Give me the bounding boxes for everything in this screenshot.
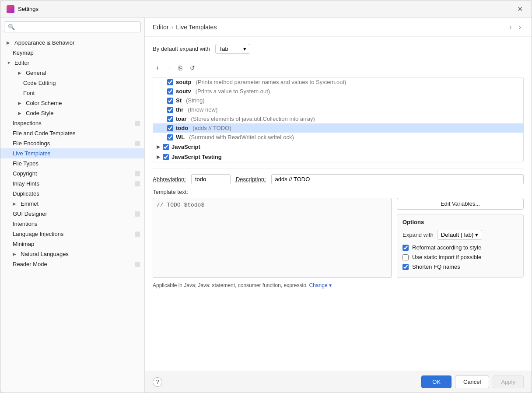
back-button[interactable]: ‹ — [507, 22, 514, 32]
sidebar-item-duplicates[interactable]: Duplicates — [0, 189, 144, 199]
edit-variables-button[interactable]: Edit Variables... — [397, 198, 524, 210]
indicator-icon — [135, 211, 140, 217]
template-group-row[interactable]: ▶ JavaScript — [153, 142, 523, 152]
sidebar-item-language-injections[interactable]: Language Injections — [0, 229, 144, 239]
sidebar-item-label: Copyright — [13, 170, 37, 177]
template-checkbox[interactable] — [167, 98, 173, 104]
nav-arrows: ‹ › — [507, 22, 524, 32]
sidebar-item-natural-languages[interactable]: ▶ Natural Languages — [0, 249, 144, 259]
breadcrumb-parent: Editor — [153, 24, 169, 31]
copy-template-button[interactable]: ⎘ — [175, 63, 185, 73]
template-checkbox[interactable] — [167, 107, 173, 113]
table-row[interactable]: toar (Stores elements of java.util.Colle… — [153, 114, 523, 123]
search-box[interactable]: 🔍 — [4, 21, 141, 32]
description-input[interactable] — [271, 174, 524, 184]
sidebar-item-appearance[interactable]: ▶ Appearance & Behavior — [0, 38, 144, 48]
template-right-panel: Edit Variables... Options Expand with De… — [397, 198, 524, 278]
change-link[interactable]: Change ▾ — [309, 282, 332, 288]
sidebar-item-label: Emmet — [21, 200, 38, 207]
help-button[interactable]: ? — [153, 377, 162, 387]
chevron-icon: ▶ — [7, 40, 13, 45]
static-import-checkbox[interactable] — [402, 254, 409, 260]
reformat-label: Reformat according to style — [412, 244, 481, 251]
options-expand-select[interactable]: Default (Tab) ▾ — [437, 230, 482, 240]
sidebar-item-label: File Encodings — [13, 140, 50, 147]
apply-button[interactable]: Apply — [493, 375, 524, 388]
sidebar-item-label: Language Injections — [13, 231, 63, 237]
expand-with-select[interactable]: Tab ▾ — [215, 44, 250, 54]
table-row[interactable]: St (String) — [153, 96, 523, 105]
template-checkbox[interactable] — [167, 125, 173, 131]
template-checkbox[interactable] — [167, 134, 173, 140]
template-checkbox[interactable] — [167, 116, 173, 122]
sidebar-item-font[interactable]: Font — [0, 88, 144, 98]
sidebar-item-emmet[interactable]: ▶ Emmet — [0, 199, 144, 209]
main-content: Editor › Live Templates ‹ › By default e… — [145, 18, 532, 393]
chevron-down-icon: ▾ — [475, 232, 478, 238]
table-row[interactable]: thr (throw new) — [153, 105, 523, 114]
app-icon — [7, 5, 14, 13]
sidebar-item-inlay-hints[interactable]: Inlay Hints — [0, 179, 144, 189]
search-input[interactable] — [18, 24, 137, 30]
table-row[interactable]: todo (adds // TODO) — [153, 123, 523, 133]
dialog-title: Settings — [18, 6, 514, 12]
sidebar-item-label: General — [26, 70, 46, 76]
group-checkbox[interactable] — [163, 144, 169, 150]
breadcrumb-bar: Editor › Live Templates ‹ › — [145, 18, 532, 37]
indicator-icon — [135, 262, 140, 267]
sidebar-item-file-types[interactable]: File Types — [0, 158, 144, 168]
forward-button[interactable]: › — [516, 22, 524, 32]
reset-template-button[interactable]: ↺ — [187, 63, 198, 73]
sidebar-item-gui-designer[interactable]: GUI Designer — [0, 209, 144, 219]
expand-with-label: By default expand with — [153, 46, 210, 52]
cancel-button[interactable]: Cancel — [455, 375, 489, 388]
table-row[interactable]: WL (Surround with ReadWriteLock.writeLoc… — [153, 133, 523, 142]
chevron-icon: ▶ — [157, 144, 160, 150]
reformat-checkbox[interactable] — [402, 245, 409, 251]
sidebar: 🔍 ▶ Appearance & Behavior Keymap ▼ Edito… — [0, 18, 145, 393]
options-title: Options — [402, 219, 518, 225]
abbreviation-label: Abbreviation: — [153, 176, 186, 182]
template-checkbox[interactable] — [167, 79, 173, 85]
sidebar-item-minimap[interactable]: Minimap — [0, 239, 144, 249]
sidebar-item-file-code-templates[interactable]: File and Code Templates — [0, 128, 144, 138]
expand-with-row: By default expand with Tab ▾ — [153, 44, 524, 54]
sidebar-item-live-templates[interactable]: Live Templates — [0, 148, 144, 158]
shorten-row: Shorten FQ names — [402, 263, 518, 270]
ok-button[interactable]: OK — [421, 375, 452, 388]
indicator-icon — [135, 121, 140, 126]
sidebar-item-general[interactable]: ▶ General — [0, 68, 144, 78]
template-group-row[interactable]: ▶ JavaScript Testing — [153, 152, 523, 162]
indicator-icon — [135, 171, 140, 176]
sidebar-item-editor[interactable]: ▼ Editor — [0, 58, 144, 68]
sidebar-item-file-encodings[interactable]: File Encodings — [0, 138, 144, 148]
settings-dialog: Settings ✕ 🔍 ▶ Appearance & Behavior Key… — [0, 0, 532, 393]
add-template-button[interactable]: + — [153, 63, 162, 73]
sidebar-item-keymap[interactable]: Keymap — [0, 48, 144, 58]
abbreviation-input[interactable] — [191, 174, 231, 184]
close-button[interactable]: ✕ — [514, 4, 525, 14]
sidebar-item-code-style[interactable]: ▶ Code Style — [0, 108, 144, 118]
sidebar-item-label: Appearance & Behavior — [14, 39, 74, 46]
template-checkbox[interactable] — [167, 88, 173, 95]
sidebar-item-color-scheme[interactable]: ▶ Color Scheme — [0, 98, 144, 108]
remove-template-button[interactable]: − — [164, 63, 174, 73]
chevron-icon: ▶ — [18, 101, 24, 105]
shorten-checkbox[interactable] — [402, 264, 409, 270]
group-checkbox[interactable] — [163, 154, 169, 160]
sidebar-item-copyright[interactable]: Copyright — [0, 168, 144, 179]
dialog-footer: ? OK Cancel Apply — [145, 371, 532, 393]
chevron-icon: ▼ — [7, 60, 13, 65]
options-expand-row: Expand with Default (Tab) ▾ — [402, 230, 518, 240]
template-list: soutp (Prints method parameter names and… — [153, 77, 524, 162]
sidebar-item-code-editing[interactable]: Code Editing — [0, 78, 144, 88]
table-row[interactable]: soutv (Prints a value to System.out) — [153, 87, 523, 96]
sidebar-item-label: Natural Languages — [21, 251, 69, 257]
sidebar-item-inspections[interactable]: Inspections — [0, 118, 144, 128]
sidebar-item-label: Editor — [14, 60, 29, 66]
table-row[interactable]: soutp (Prints method parameter names and… — [153, 77, 523, 87]
sidebar-item-label: Inlay Hints — [13, 180, 39, 187]
template-textarea[interactable]: <span class="tmpl-code-comment">// TODO … — [153, 198, 392, 278]
sidebar-item-intentions[interactable]: Intentions — [0, 219, 144, 229]
sidebar-item-reader-mode[interactable]: Reader Mode — [0, 259, 144, 269]
